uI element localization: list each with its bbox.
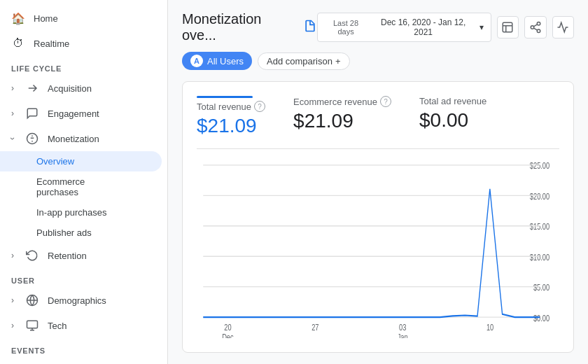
- expand-demographics-icon: ›: [11, 295, 14, 305]
- metric-ecommerce-revenue: Ecommerce revenue ? $21.09: [293, 96, 391, 137]
- monetization-icon: [25, 132, 39, 146]
- ecommerce-revenue-label: Ecommerce revenue ?: [293, 96, 391, 107]
- sidebar-item-tech[interactable]: › Tech: [0, 313, 162, 338]
- sidebar-sub-item-publisher[interactable]: Publisher ads: [0, 223, 162, 243]
- expand-retention-icon: ›: [11, 251, 14, 260]
- sidebar-item-acquisition-label: Acquisition: [48, 83, 92, 94]
- svg-text:10: 10: [486, 321, 493, 332]
- page-title: Monetization ove...: [182, 11, 298, 43]
- total-revenue-label: Total revenue ?: [197, 101, 265, 112]
- total-ad-revenue-label: Total ad revenue: [419, 96, 486, 106]
- plus-icon: +: [335, 56, 341, 66]
- expand-tech-icon: ›: [11, 321, 14, 330]
- ecommerce-revenue-value: $21.09: [293, 110, 391, 132]
- sidebar-sub-item-overview[interactable]: Overview: [0, 151, 162, 172]
- add-comparison-label: Add comparison: [267, 56, 332, 66]
- metrics-row: Total revenue ? $21.09 Ecommerce revenue…: [197, 96, 559, 137]
- sidebar-item-engagement[interactable]: › Engagement: [0, 101, 162, 126]
- ecommerce-info-icon[interactable]: ?: [380, 96, 391, 107]
- svg-rect-6: [503, 22, 513, 32]
- section-label-events: EVENTS: [0, 338, 167, 358]
- svg-text:27: 27: [312, 321, 318, 332]
- sidebar-sub-item-inapp-label: In-app purchases: [36, 207, 106, 218]
- total-ad-revenue-value: $0.00: [419, 109, 486, 132]
- main-content: Monetization ove... Last 28 days Dec 16,…: [168, 0, 588, 364]
- segment-label: All Users: [207, 56, 244, 66]
- sidebar-item-demographics[interactable]: › Demographics: [0, 288, 162, 313]
- svg-text:Jan: Jan: [398, 331, 408, 338]
- header-left: Monetization ove...: [182, 11, 317, 43]
- section-label-user: USER: [0, 268, 167, 288]
- sidebar-item-home[interactable]: 🏠 Home: [0, 6, 162, 31]
- date-range-value-label: Dec 16, 2020 - Jan 12, 2021: [372, 18, 475, 37]
- trend-icon-button[interactable]: [552, 16, 574, 38]
- metric-total-revenue: Total revenue ? $21.09: [197, 96, 265, 137]
- header: Monetization ove... Last 28 days Dec 16,…: [182, 11, 574, 43]
- sidebar-item-monetization[interactable]: › Monetization: [0, 126, 162, 151]
- metric-total-ad-revenue: Total ad revenue $0.00: [419, 96, 486, 137]
- filter-bar: A All Users Add comparison +: [182, 52, 574, 70]
- sidebar-item-acquisition[interactable]: › Acquisition: [0, 76, 162, 101]
- chart-divider: [197, 148, 559, 149]
- sidebar-item-home-label: Home: [34, 13, 58, 24]
- demographics-icon: [25, 293, 39, 307]
- expand-monetization-icon: ›: [8, 137, 18, 140]
- sidebar-item-tech-label: Tech: [48, 321, 66, 331]
- sidebar-item-engagement-label: Engagement: [48, 108, 99, 119]
- retention-icon: [25, 248, 39, 262]
- sidebar-item-realtime[interactable]: ⏱ Realtime: [0, 31, 162, 56]
- expand-acquisition-icon: ›: [11, 83, 14, 93]
- total-revenue-info-icon[interactable]: ?: [254, 101, 265, 112]
- sidebar-sub-item-overview-label: Overview: [36, 156, 74, 167]
- report-icon-button[interactable]: [497, 16, 519, 38]
- sidebar-sub-item-publisher-label: Publisher ads: [36, 227, 92, 238]
- section-label-lifecycle: LIFE CYCLE: [0, 56, 167, 76]
- svg-point-7: [537, 22, 540, 26]
- home-icon: 🏠: [11, 11, 25, 25]
- date-range-button[interactable]: Last 28 days Dec 16, 2020 - Jan 12, 2021…: [317, 13, 491, 42]
- tech-icon: [25, 318, 39, 332]
- sidebar-item-monetization-label: Monetization: [48, 134, 99, 144]
- sidebar-item-demographics-label: Demographics: [48, 295, 106, 306]
- sidebar-sub-item-inapp[interactable]: In-app purchases: [0, 202, 162, 223]
- header-right: Last 28 days Dec 16, 2020 - Jan 12, 2021…: [317, 13, 574, 42]
- date-range-prefix-label: Last 28 days: [325, 19, 368, 36]
- all-users-segment[interactable]: A All Users: [182, 52, 252, 70]
- svg-rect-3: [27, 321, 38, 328]
- svg-point-9: [537, 29, 540, 33]
- svg-line-10: [533, 28, 537, 30]
- sidebar-item-retention[interactable]: › Retention: [0, 243, 162, 268]
- chart-container: $25.00 $20.00 $15.00 $10.00 $5.00 $0.00: [197, 158, 559, 338]
- segment-avatar: A: [190, 55, 203, 67]
- share-icon-button[interactable]: [524, 16, 546, 38]
- engagement-icon: [25, 106, 39, 120]
- clock-icon: ⏱: [11, 36, 25, 50]
- svg-text:Dec: Dec: [222, 331, 234, 338]
- chevron-down-icon: ▾: [479, 22, 484, 32]
- expand-engagement-icon: ›: [11, 108, 14, 118]
- sidebar: 🏠 Home ⏱ Realtime LIFE CYCLE › Acquisiti…: [0, 0, 168, 364]
- sidebar-sub-item-ecommerce[interactable]: Ecommercepurchases: [0, 172, 162, 202]
- acquisition-icon: [25, 81, 39, 95]
- metric-underline: [197, 96, 253, 98]
- total-revenue-value: $21.09: [197, 115, 265, 137]
- add-comparison-button[interactable]: Add comparison +: [258, 52, 350, 70]
- svg-line-11: [533, 24, 537, 27]
- document-icon: [303, 19, 317, 36]
- sidebar-sub-item-ecommerce-label: Ecommercepurchases: [36, 176, 85, 197]
- sidebar-item-retention-label: Retention: [48, 251, 87, 261]
- revenue-chart: $25.00 $20.00 $15.00 $10.00 $5.00 $0.00: [197, 158, 559, 338]
- sidebar-item-realtime-label: Realtime: [34, 38, 69, 49]
- content-card: Total revenue ? $21.09 Ecommerce revenue…: [182, 81, 574, 353]
- svg-point-8: [531, 26, 534, 29]
